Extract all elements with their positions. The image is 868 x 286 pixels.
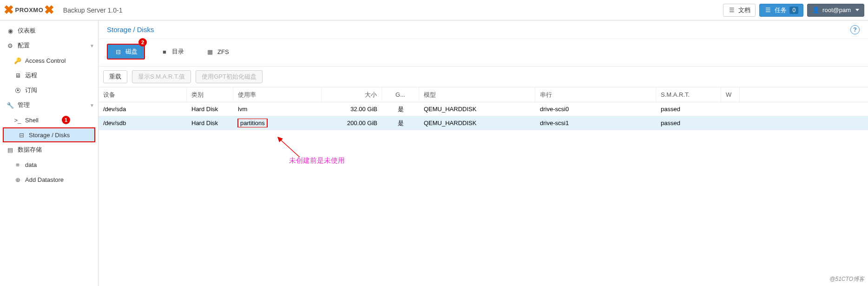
server-icon: 🖥 — [14, 72, 21, 79]
chevron-down-icon — [855, 9, 859, 11]
init-gpt-button[interactable]: 使用GPT初始化磁盘 — [196, 70, 263, 83]
sidebar-item-label: 配置 — [18, 41, 30, 50]
sidebar-item-label: 管理 — [18, 101, 30, 109]
tasks-count: 0 — [789, 7, 798, 14]
col-serial[interactable]: 串行 — [535, 87, 656, 102]
sidebar-item-label: Storage / Disks — [29, 132, 70, 139]
user-menu-button[interactable]: 👤 root@pam — [807, 4, 864, 17]
sidebar-item-label: Add Datastore — [25, 176, 64, 183]
sidebar-item-data[interactable]: ≡ data — [0, 157, 98, 172]
logo-x-right-icon: ✖ — [44, 3, 55, 17]
terminal-icon: >_ — [14, 117, 21, 124]
breadcrumb: Storage / Disks ? — [99, 20, 868, 39]
sidebar: ◉ 仪表板 ⚙ 配置 ▼ 🔑 Access Control 🖥 远程 ⦿ 订阅 … — [0, 20, 99, 286]
sidebar-item-remote[interactable]: 🖥 远程 — [0, 68, 98, 83]
table-row[interactable]: /dev/sdb Hard Disk partitions 200.00 GiB… — [99, 116, 868, 130]
expand-icon: ▼ — [90, 103, 94, 108]
key-icon: 🔑 — [14, 57, 21, 64]
cell-gpt: 是 — [382, 119, 419, 127]
tab-zfs[interactable]: ▦ ZFS — [200, 46, 236, 58]
sidebar-item-add-datastore[interactable]: ⊕ Add Datastore — [0, 172, 98, 187]
annotation-arrow-icon — [277, 137, 301, 158]
highlighted-cell: partitions — [237, 119, 268, 127]
sidebar-item-access-control[interactable]: 🔑 Access Control — [0, 53, 98, 68]
col-type[interactable]: 类别 — [187, 87, 233, 102]
col-device[interactable]: 设备 — [99, 87, 187, 102]
grid-icon: ▦ — [206, 48, 214, 55]
breadcrumb-disks[interactable]: Disks — [137, 26, 154, 33]
tab-label: 目录 — [172, 47, 184, 56]
sidebar-item-label: 仪表板 — [18, 27, 36, 35]
cell-size: 200.00 GiB — [322, 120, 382, 126]
cell-size: 32.00 GiB — [322, 106, 382, 113]
support-icon: ⦿ — [14, 87, 21, 94]
hdd-icon: ⊟ — [18, 132, 25, 139]
sidebar-item-datastores[interactable]: ▤ 数据存储 — [0, 142, 98, 157]
tasks-button[interactable]: ☰ 任务 0 — [759, 4, 803, 17]
sidebar-item-label: data — [25, 161, 37, 168]
show-smart-button[interactable]: 显示S.M.A.R.T.值 — [132, 70, 191, 83]
sidebar-item-subscription[interactable]: ⦿ 订阅 — [0, 83, 98, 98]
svg-marker-1 — [277, 137, 283, 142]
plus-circle-icon: ⊕ — [14, 176, 21, 183]
book-icon: ☰ — [728, 7, 736, 13]
tabs-bar: ⊟ 磁盘 2 ■ 目录 ▦ ZFS — [99, 39, 868, 67]
tab-disks[interactable]: ⊟ 磁盘 2 — [107, 44, 145, 60]
tab-label: 磁盘 — [125, 47, 138, 56]
cell-serial: drive-scsi0 — [535, 106, 656, 113]
tab-label: ZFS — [217, 48, 229, 55]
sidebar-item-label: 数据存储 — [18, 146, 42, 154]
cell-gpt: 是 — [382, 105, 419, 113]
col-size[interactable]: 大小 — [322, 87, 382, 102]
docs-button[interactable]: ☰ 文档 — [723, 4, 756, 17]
user-label: root@pam — [822, 7, 851, 13]
tab-directory[interactable]: ■ 目录 — [154, 45, 191, 59]
table-row[interactable]: /dev/sda Hard Disk lvm 32.00 GiB 是 QEMU_… — [99, 102, 868, 116]
user-icon: 👤 — [812, 7, 820, 13]
logo-x-left-icon: ✖ — [4, 3, 14, 17]
toolbar: 重载 显示S.M.A.R.T.值 使用GPT初始化磁盘 — [99, 67, 868, 87]
col-model[interactable]: 模型 — [419, 87, 535, 102]
wrench-icon: 🔧 — [7, 102, 14, 109]
svg-line-0 — [280, 140, 300, 157]
logo: ✖ PROXMO ✖ — [4, 3, 55, 17]
sidebar-item-admin[interactable]: 🔧 管理 ▼ — [0, 98, 98, 113]
db-stack-icon: ▤ — [7, 146, 14, 153]
hdd-icon: ⊟ — [114, 48, 122, 55]
sidebar-item-label: 订阅 — [25, 86, 37, 94]
cell-type: Hard Disk — [187, 120, 233, 126]
sidebar-item-label: Shell — [25, 117, 39, 124]
sidebar-item-config[interactable]: ⚙ 配置 ▼ — [0, 38, 98, 53]
cell-usage: lvm — [233, 106, 322, 113]
breadcrumb-storage[interactable]: Storage — [107, 26, 132, 33]
cell-device: /dev/sdb — [99, 120, 187, 126]
sidebar-item-storage-disks[interactable]: ⊟ Storage / Disks — [3, 127, 95, 142]
main-panel: Storage / Disks ? ⊟ 磁盘 2 ■ 目录 ▦ ZFS 重载 显… — [99, 20, 868, 286]
sidebar-item-dashboard[interactable]: ◉ 仪表板 — [0, 23, 98, 38]
cell-smart: passed — [656, 120, 721, 126]
col-wear[interactable]: W — [721, 87, 740, 102]
app-subtitle: Backup Server 1.0-1 — [63, 7, 123, 14]
database-icon: ≡ — [14, 161, 21, 168]
col-smart[interactable]: S.M.A.R.T. — [656, 87, 721, 102]
annotation-badge-1: 1 — [62, 116, 70, 124]
watermark: @51CTO博客 — [829, 275, 864, 283]
annotation-text: 未创建前是未使用 — [289, 156, 345, 165]
cell-model: QEMU_HARDDISK — [419, 106, 535, 113]
reload-button[interactable]: 重载 — [103, 70, 127, 83]
col-gpt[interactable]: G... — [382, 87, 419, 102]
help-icon[interactable]: ? — [850, 25, 860, 34]
folder-icon: ■ — [161, 48, 168, 55]
gears-icon: ⚙ — [7, 42, 14, 49]
list-icon: ☰ — [764, 7, 772, 13]
sidebar-item-label: 远程 — [25, 71, 37, 80]
cell-model: QEMU_HARDDISK — [419, 120, 535, 126]
dashboard-icon: ◉ — [7, 27, 14, 34]
col-usage[interactable]: 使用率 — [233, 87, 322, 102]
cell-serial: drive-scsi1 — [535, 120, 656, 126]
sidebar-item-shell[interactable]: >_ Shell 1 — [0, 113, 98, 127]
docs-label: 文档 — [738, 6, 750, 14]
cell-device: /dev/sda — [99, 106, 187, 113]
cell-usage: partitions — [233, 119, 322, 127]
breadcrumb-sep: / — [133, 26, 135, 33]
